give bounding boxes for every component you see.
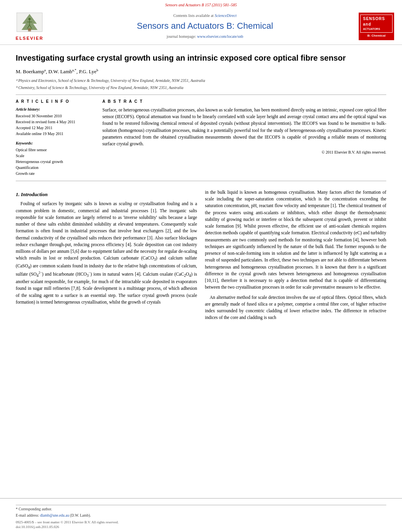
article-info-section: A R T I C L E I N F O Article history: R… xyxy=(16,99,94,137)
body-columns: 1. Introduction Fouling of surfaces by i… xyxy=(16,189,386,324)
article-title: Investigating surface crystal growth usi… xyxy=(16,53,386,63)
intro-paragraph-1: Fouling of surfaces by inorganic salts i… xyxy=(16,200,197,306)
elsevier-logo: ELSEVIER xyxy=(8,11,51,41)
author-email[interactable]: dlamb@une.edu.au xyxy=(40,513,69,517)
article-info-column: A R T I C L E I N F O Article history: R… xyxy=(16,99,94,177)
intro-heading: 1. Introduction xyxy=(16,191,197,198)
header-content: ELSEVIER Contents lists available at Sci… xyxy=(0,9,402,44)
footer-divider xyxy=(16,505,386,505)
journal-homepage: journal homepage: www.elsevier.com/locat… xyxy=(51,34,359,39)
corresponding-author-note: * Corresponding author. xyxy=(16,507,386,512)
accepted-date: Accepted 12 May 2011 xyxy=(16,125,94,131)
abstract-text: Surface, or heterogeneous crystallisatio… xyxy=(102,107,386,148)
keyword-2: Scale xyxy=(16,153,94,159)
footer: * Corresponding author. E-mail address: … xyxy=(0,498,402,532)
journal-title-block: Contents lists available at ScienceDirec… xyxy=(51,13,359,39)
content-lists-text: Contents lists available at ScienceDirec… xyxy=(51,13,359,19)
email-person: (D.W. Lamb). xyxy=(70,513,91,517)
logo-line3: B: Chemical xyxy=(367,33,385,38)
email-label: E-mail address: xyxy=(16,513,39,517)
journal-volume-info: Sensors and Actuators B 157 (2011) 581–5… xyxy=(0,2,402,8)
keywords-label: Keywords: xyxy=(16,141,94,146)
svg-point-3 xyxy=(28,18,31,20)
journal-name: Sensors and Actuators B: Chemical xyxy=(51,20,359,32)
keyword-4: Quantification xyxy=(16,165,94,171)
divider xyxy=(16,95,386,95)
elsevier-brand-text: ELSEVIER xyxy=(16,35,43,41)
history-label: Article history: xyxy=(16,107,94,112)
divider-2 xyxy=(16,181,386,181)
keyword-3: Heterogeneous crystal growth xyxy=(16,159,94,165)
email-note: E-mail address: dlamb@une.edu.au (D.W. L… xyxy=(16,513,386,518)
journal-header: Sensors and Actuators B 157 (2011) 581–5… xyxy=(0,0,402,45)
journal-right-logo: SENSORS and ACTUATORS B: Chemical xyxy=(359,13,394,40)
received-date: Received 30 November 2010 xyxy=(16,113,94,119)
affiliation-a: ᵃ Physics and Electronics, School of Sci… xyxy=(16,78,386,83)
body-right-column: in the bulk liquid is known as homogenou… xyxy=(205,189,387,324)
abstract-column: A B S T R A C T Surface, or heterogeneou… xyxy=(102,99,386,177)
rights-reserved: 0925-4005/$ – see front matter © 2011 El… xyxy=(16,520,386,525)
article-content: Investigating surface crystal growth usi… xyxy=(0,45,402,498)
info-abstract-columns: A R T I C L E I N F O Article history: R… xyxy=(16,99,386,177)
elsevier-tree-icon xyxy=(14,11,45,35)
available-date: Available online 19 May 2011 xyxy=(16,131,94,137)
revised-date: Received in revised form 4 May 2011 xyxy=(16,119,94,125)
abstract-label: A B S T R A C T xyxy=(102,99,386,104)
keyword-1: Optical fibre sensor xyxy=(16,147,94,153)
page: Sensors and Actuators B 157 (2011) 581–5… xyxy=(0,0,402,532)
authors: M. Boerkampa, D.W. Lamba,*, P.G. Lyeb xyxy=(16,68,386,76)
homepage-url[interactable]: www.elsevier.com/locate/snb xyxy=(197,34,243,39)
body-left-column: 1. Introduction Fouling of surfaces by i… xyxy=(16,189,197,324)
article-info-label: A R T I C L E I N F O xyxy=(16,99,94,104)
affiliation-b: ᵇ Chemistry, School of Science & Technol… xyxy=(16,85,386,91)
science-direct-link[interactable]: ScienceDirect xyxy=(215,13,237,18)
logo-box: SENSORS and ACTUATORS xyxy=(360,15,393,33)
footer-bottom: 0925-4005/$ – see front matter © 2011 El… xyxy=(16,520,386,530)
intro-paragraph-3: An alternative method for scale detectio… xyxy=(205,294,387,321)
copyright: © 2011 Elsevier B.V. All rights reserved… xyxy=(102,150,386,155)
intro-paragraph-2: in the bulk liquid is known as homogenou… xyxy=(205,189,387,291)
keyword-5: Growth rate xyxy=(16,171,94,176)
svg-rect-2 xyxy=(28,28,31,31)
keywords-section: Keywords: Optical fibre sensor Scale Het… xyxy=(16,141,94,176)
doi: doi:10.1016/j.snb.2011.05.026 xyxy=(16,525,386,530)
